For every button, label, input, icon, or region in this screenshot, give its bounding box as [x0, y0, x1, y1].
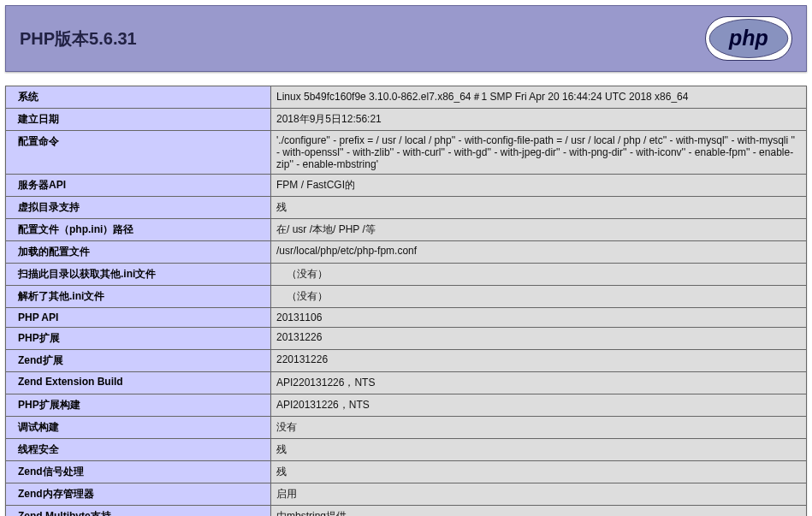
table-row: 加载的配置文件/usr/local/php/etc/php-fpm.conf — [6, 241, 807, 264]
row-value: API220131226，NTS — [271, 372, 807, 394]
row-value: API20131226，NTS — [271, 394, 807, 417]
row-value: 没有 — [271, 417, 807, 439]
row-value: 残 — [271, 439, 807, 461]
row-key: Zend Multibyte支持 — [6, 506, 271, 517]
table-row: Zend信号处理残 — [6, 461, 807, 483]
table-row: PHP扩展构建API20131226，NTS — [6, 394, 807, 417]
row-value: 在/ usr /本地/ PHP /等 — [271, 219, 807, 241]
row-key: PHP扩展构建 — [6, 394, 271, 417]
table-row: 调试构建没有 — [6, 417, 807, 439]
row-value: /usr/local/php/etc/php-fpm.conf — [271, 241, 807, 264]
table-row: 建立日期2018年9月5日12:56:21 — [6, 109, 807, 131]
row-key: 系统 — [6, 86, 271, 109]
table-row: Zend扩展220131226 — [6, 350, 807, 372]
table-row: PHP扩展20131226 — [6, 328, 807, 350]
table-row: 解析了其他.ini文件（没有） — [6, 286, 807, 308]
row-value: Linux 5b49fc160f9e 3.10.0-862.el7.x86_64… — [271, 86, 807, 109]
table-row: 服务器APIFPM / FastCGI的 — [6, 175, 807, 197]
row-value: './configure'' - prefix = / usr / local … — [271, 131, 807, 175]
row-value: 残 — [271, 461, 807, 483]
row-key: Zend内存管理器 — [6, 483, 271, 506]
row-key: PHP API — [6, 308, 271, 328]
row-value: 20131106 — [271, 308, 807, 328]
row-value: 残 — [271, 197, 807, 219]
row-key: Zend Extension Build — [6, 372, 271, 394]
row-key: 配置文件（php.ini）路径 — [6, 219, 271, 241]
row-value: 20131226 — [271, 328, 807, 350]
row-key: Zend信号处理 — [6, 461, 271, 483]
row-key: 解析了其他.ini文件 — [6, 286, 271, 308]
row-key: 扫描此目录以获取其他.ini文件 — [6, 264, 271, 286]
php-logo: php — [705, 16, 792, 61]
row-key: 服务器API — [6, 175, 271, 197]
table-row: 系统Linux 5b49fc160f9e 3.10.0-862.el7.x86_… — [6, 86, 807, 109]
svg-text:php: php — [728, 26, 768, 50]
row-value: 220131226 — [271, 350, 807, 372]
table-row: PHP API20131106 — [6, 308, 807, 328]
row-value: 2018年9月5日12:56:21 — [271, 109, 807, 131]
row-value: （没有） — [271, 264, 807, 286]
row-key: PHP扩展 — [6, 328, 271, 350]
info-table: 系统Linux 5b49fc160f9e 3.10.0-862.el7.x86_… — [5, 86, 807, 516]
row-value: FPM / FastCGI的 — [271, 175, 807, 197]
row-key: 线程安全 — [6, 439, 271, 461]
table-row: Zend内存管理器启用 — [6, 483, 807, 506]
page-title: PHP版本5.6.31 — [20, 27, 137, 50]
table-row: 配置命令'./configure'' - prefix = / usr / lo… — [6, 131, 807, 175]
phpinfo-header: PHP版本5.6.31 php — [5, 5, 807, 72]
row-key: 配置命令 — [6, 131, 271, 175]
row-value: 由mbstring提供 — [271, 506, 807, 517]
table-row: 虚拟目录支持残 — [6, 197, 807, 219]
table-row: Zend Multibyte支持由mbstring提供 — [6, 506, 807, 517]
row-key: 虚拟目录支持 — [6, 197, 271, 219]
row-value: 启用 — [271, 483, 807, 506]
row-key: 调试构建 — [6, 417, 271, 439]
table-row: 扫描此目录以获取其他.ini文件（没有） — [6, 264, 807, 286]
row-key: 加载的配置文件 — [6, 241, 271, 264]
table-row: 线程安全残 — [6, 439, 807, 461]
row-key: 建立日期 — [6, 109, 271, 131]
row-value: （没有） — [271, 286, 807, 308]
table-row: 配置文件（php.ini）路径在/ usr /本地/ PHP /等 — [6, 219, 807, 241]
table-row: Zend Extension BuildAPI220131226，NTS — [6, 372, 807, 394]
row-key: Zend扩展 — [6, 350, 271, 372]
